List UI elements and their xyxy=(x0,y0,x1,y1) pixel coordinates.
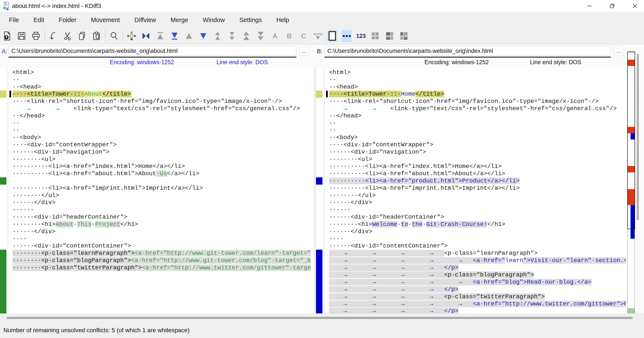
pane-b-diff-margin xyxy=(316,68,322,314)
code-line: → → → → </p> xyxy=(325,308,626,314)
diff-margin-mark-green xyxy=(0,250,6,314)
restore-button[interactable] xyxy=(607,1,617,11)
pane-a-browse-button[interactable]: ... xyxy=(299,46,310,56)
reload-diff-button[interactable] xyxy=(126,30,137,42)
menu-item-folder[interactable]: Folder xyxy=(52,16,84,24)
menu-item-movement[interactable]: Movement xyxy=(84,16,127,24)
menu-item-window[interactable]: Window xyxy=(196,16,232,24)
vertical-scrollbar[interactable] xyxy=(637,54,639,220)
code-line: ··········<li><a·href="about.html">About… xyxy=(325,170,626,177)
text-cursor xyxy=(326,91,328,97)
code-line: ·· xyxy=(8,76,314,84)
bottom-bar: Number of remaining unsolved conflicts: … xyxy=(0,314,644,338)
print-icon xyxy=(31,31,41,41)
goto-current-delta-button[interactable] xyxy=(141,30,151,42)
find-button[interactable] xyxy=(109,30,119,42)
show-whitespace-chars-button[interactable] xyxy=(327,30,338,42)
select-line-c-button[interactable]: C xyxy=(298,30,309,42)
show-whitespace-button[interactable] xyxy=(342,30,352,42)
code-line: ·· xyxy=(325,76,626,84)
paste-icon xyxy=(92,31,101,41)
close-icon xyxy=(632,3,638,9)
pane-a-code-area[interactable]: <html>····<head>····<title>Tower·::·Abou… xyxy=(8,68,314,314)
code-line: ······<div·id="headerContainer"> xyxy=(325,214,626,221)
copy-button[interactable] xyxy=(77,30,87,42)
menu-item-file[interactable]: File xyxy=(2,16,26,24)
code-line: ········<p·class="twitterParagraph"><a·h… xyxy=(8,264,314,272)
code-line: <html> xyxy=(8,69,314,76)
pane-a-diff-margin xyxy=(0,68,6,314)
goto-first-delta-button[interactable] xyxy=(155,30,166,42)
auto-advance-button[interactable]: AUTO xyxy=(313,30,323,42)
code-line: ······<div·id="contentContainer"> xyxy=(325,242,626,250)
paste-button[interactable] xyxy=(91,30,102,42)
goto-prev-conflict-icon xyxy=(213,31,222,41)
goto-prev-delta-button[interactable] xyxy=(184,30,194,42)
code-line: ··<body> xyxy=(8,134,314,141)
minimize-icon xyxy=(587,3,592,9)
print-button[interactable] xyxy=(31,30,41,42)
reload-diff-icon xyxy=(127,31,136,41)
code-line: ··········<li><a·href="index.html">Home<… xyxy=(325,163,626,170)
code-line: ······<div·id="headerContainer"> xyxy=(8,214,314,221)
select-line-a-icon: A xyxy=(272,32,277,40)
open-file-button[interactable] xyxy=(2,30,12,42)
pane-b-browse-button[interactable]: ... xyxy=(614,46,624,56)
toolbar-separator xyxy=(44,30,45,42)
code-line: → → → → <p·class="blogParagraph"> xyxy=(325,271,626,278)
diff-main-area: A: ... Encoding: windows-1252 Line end s… xyxy=(0,45,644,314)
pane-b-underline xyxy=(324,57,611,58)
code-line: ······<div·id="contentContainer"> xyxy=(8,242,314,250)
title-bar: about.html <-> index.html - KDiff3 xyxy=(0,0,644,12)
menu-item-merge[interactable]: Merge xyxy=(163,16,195,24)
pane-b-code-area[interactable]: <html>····<head>····<title>Tower·::·Home… xyxy=(324,68,626,314)
save-file-button[interactable] xyxy=(16,30,27,42)
pane-a-label: A: xyxy=(2,48,7,55)
horizontal-scrollbar[interactable] xyxy=(6,317,633,319)
pane-splitter[interactable] xyxy=(314,68,316,314)
kdiff3-window: about.html <-> index.html - KDiff3 FileE… xyxy=(0,0,644,338)
goto-prev-conflict-button[interactable] xyxy=(212,30,223,42)
menu-item-help[interactable]: Help xyxy=(269,16,296,24)
code-line: ··<body> xyxy=(325,134,626,141)
copy-icon xyxy=(78,31,87,41)
cut-icon xyxy=(63,31,72,41)
menu-item-edit[interactable]: Edit xyxy=(26,16,52,24)
cut-button[interactable] xyxy=(63,30,73,42)
show-whitespace-icon xyxy=(343,35,351,37)
pane-a-path-input[interactable] xyxy=(8,46,296,56)
split-view-1-button[interactable] xyxy=(370,30,380,42)
goto-last-delta-button[interactable] xyxy=(170,30,180,42)
code-line: ······ xyxy=(8,206,314,214)
restore-icon xyxy=(609,3,615,9)
menu-item-diffview[interactable]: Diffview xyxy=(127,16,163,24)
code-line: ····<link·rel="shortcut·icon"·href="img/… xyxy=(325,98,626,105)
toolbar-separator xyxy=(122,30,123,42)
split-view-2-button[interactable] xyxy=(384,30,395,42)
code-line: <html> xyxy=(325,69,626,76)
code-line: ··<head> xyxy=(8,84,314,91)
code-line: ········<ul> xyxy=(8,156,314,163)
show-whitespace-chars-icon xyxy=(329,31,336,41)
goto-next-conflict-button[interactable] xyxy=(227,30,237,42)
split-view-3-button[interactable] xyxy=(399,30,409,42)
close-button[interactable] xyxy=(630,1,640,11)
goto-next-delta-button[interactable] xyxy=(198,30,208,42)
show-line-numbers-button[interactable]: 123 xyxy=(356,30,366,42)
goto-last-delta-icon xyxy=(170,31,179,41)
undo-button[interactable] xyxy=(48,30,58,42)
code-line: → → → → <p·class="twitterParagraph"> xyxy=(325,293,626,300)
minimize-button[interactable] xyxy=(584,1,594,11)
code-line: ·· xyxy=(8,120,314,127)
select-line-a-button[interactable]: A xyxy=(270,30,280,42)
pane-b-path-input[interactable] xyxy=(324,46,611,56)
goto-next-unsolved-conflict-button[interactable] xyxy=(256,30,266,42)
menu-item-settings[interactable]: Settings xyxy=(232,16,269,24)
pane-b-encoding: Encoding: windows-1252 xyxy=(424,59,489,66)
pane-b-line-end-style: Line end style: DOS xyxy=(530,59,581,66)
diff-margin-mark-yellow xyxy=(0,90,6,98)
select-line-b-button[interactable]: B xyxy=(284,30,294,42)
code-line: ········<ul> xyxy=(325,156,626,163)
goto-prev-unsolved-conflict-button[interactable] xyxy=(241,30,252,42)
code-line: → → → → <p·class="learnParagraph"> xyxy=(325,250,626,257)
